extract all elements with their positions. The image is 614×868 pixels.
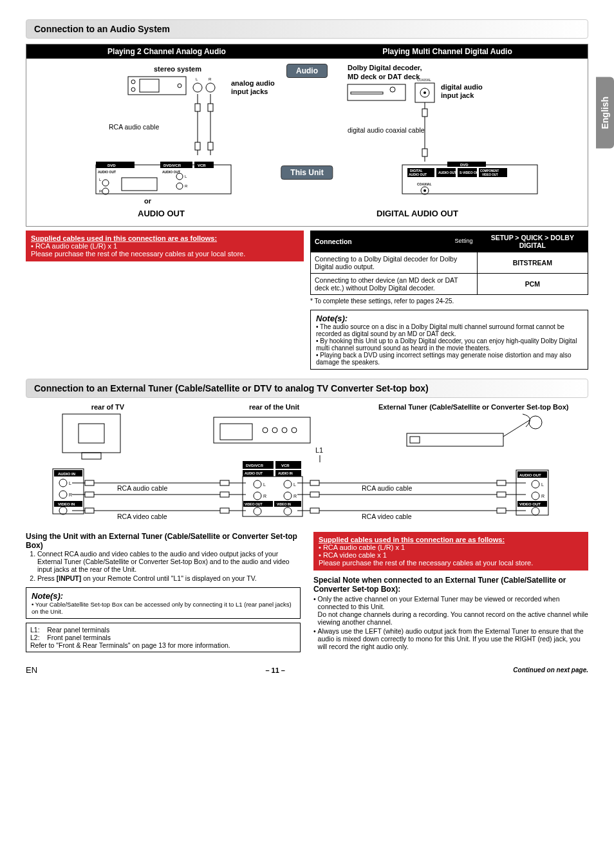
section1-header: Connection to an Audio System (26, 19, 588, 39)
supplied-cables-box-2: Supplied cables used in this connection … (313, 532, 588, 571)
svg-rect-145 (310, 508, 319, 513)
svg-point-128 (532, 507, 539, 515)
svg-rect-137 (220, 508, 229, 513)
svg-text:VCR: VCR (198, 164, 206, 167)
svg-text:input jack: input jack (441, 91, 474, 99)
notes-box-1: Note(s): The audio source on a disc in a… (310, 310, 588, 370)
svg-text:RCA audio cable: RCA audio cable (117, 484, 167, 492)
notes-title-2: Note(s): (32, 591, 295, 601)
svg-rect-72 (79, 424, 104, 443)
audio-badge: Audio (286, 64, 328, 78)
svg-rect-17 (208, 142, 213, 150)
svg-point-47 (423, 91, 426, 94)
svg-point-122 (532, 480, 539, 488)
svg-rect-143 (310, 480, 319, 486)
svg-point-3 (131, 88, 135, 91)
note1c: Playing back a DVD using incorrect setti… (316, 352, 582, 366)
svg-rect-73 (82, 453, 101, 459)
svg-text:AUDIO OUT: AUDIO OUT (409, 173, 427, 176)
svg-text:L: L (541, 482, 544, 487)
tuner-connection-diagram: AUDIO IN L R VIDEO IN DVD/VCR VCR AUDIO … (26, 411, 588, 527)
svg-text:L: L (293, 482, 296, 487)
terminals-box: L1: Rear panel terminals L2: Front panel… (26, 623, 301, 652)
svg-text:VIDEO OUT: VIDEO OUT (519, 502, 541, 506)
svg-text:R: R (293, 494, 297, 498)
svg-rect-133 (85, 492, 94, 497)
rear-unit-label: rear of the Unit (192, 403, 357, 411)
svg-text:L: L (99, 178, 102, 182)
svg-text:AUDIO OUT: AUDIO OUT (162, 170, 180, 174)
note2a: Your Cable/Satellite Set-top Box can be … (32, 601, 292, 615)
svg-text:AUDIO OUT: AUDIO OUT (519, 473, 541, 477)
svg-point-34 (176, 183, 183, 189)
svg-rect-84 (214, 417, 310, 443)
svg-point-83 (59, 507, 67, 514)
svg-text:COAXIAL: COAXIAL (417, 182, 432, 186)
svg-point-43 (390, 87, 395, 92)
svg-rect-132 (85, 480, 94, 486)
using-title: Using the Unit with an External Tuner (C… (26, 532, 301, 550)
svg-text:R: R (69, 493, 72, 497)
red-header-2: Supplied cables used in this connection … (319, 536, 583, 543)
lterm-l2: L2: Front panel terminals (30, 634, 296, 641)
svg-text:Dolby Digital decoder,: Dolby Digital decoder, (348, 64, 422, 71)
svg-rect-148 (497, 508, 506, 513)
page-number: – 11 – (265, 666, 285, 674)
svg-point-69 (423, 189, 426, 192)
svg-rect-51 (422, 109, 427, 117)
svg-text:RCA audio cable: RCA audio cable (362, 484, 412, 492)
step2: Press [INPUT] on your Remote Control unt… (37, 574, 301, 582)
svg-point-111 (254, 507, 261, 515)
svg-text:L: L (263, 482, 266, 487)
svg-text:R: R (541, 494, 544, 498)
lterm-l1: L1: Rear panel terminals (30, 626, 296, 634)
spec-b2: Always use the LEFT (white) audio output… (318, 627, 588, 650)
svg-text:DIGITAL AUDIO OUT: DIGITAL AUDIO OUT (377, 209, 458, 218)
svg-rect-52 (422, 149, 427, 156)
svg-text:R: R (263, 494, 266, 498)
svg-point-32 (176, 173, 183, 180)
svg-point-6 (193, 83, 202, 92)
svg-text:COAXIAL: COAXIAL (417, 78, 431, 82)
notes-title-1: Note(s): (316, 314, 582, 323)
section2-header: Connection to an External Tuner (Cable/S… (26, 379, 588, 398)
svg-rect-71 (62, 414, 120, 453)
special-note-title: Special Note when connected to an Extern… (313, 576, 588, 594)
svg-point-5 (178, 84, 181, 88)
svg-text:VIDEO IN: VIDEO IN (58, 502, 75, 506)
svg-text:RCA video cable: RCA video cable (362, 513, 412, 520)
r2c2: PCM (477, 274, 588, 295)
this-unit-badge: This Unit (281, 165, 333, 180)
svg-text:AUDIO OUT: AUDIO OUT (138, 209, 185, 218)
svg-point-87 (272, 428, 277, 433)
svg-text:AUDIO IN: AUDIO IN (58, 472, 75, 476)
svg-text:analog audio: analog audio (231, 79, 275, 87)
r1c1: Connecting to a Dolby Digital decoder fo… (311, 252, 478, 274)
notes-box-2: Note(s): • Your Cable/Satellite Set-top … (26, 587, 301, 619)
svg-point-99 (254, 480, 261, 488)
svg-text:L: L (196, 77, 198, 81)
svg-rect-113 (407, 433, 503, 446)
svg-point-103 (254, 492, 261, 500)
left-col-title: Playing 2 Channel Analog Audio (26, 44, 307, 59)
red1-l1: • RCA audio cable (L/R) x 1 (31, 242, 299, 250)
svg-line-115 (503, 420, 529, 437)
svg-point-8 (206, 83, 215, 92)
svg-text:VIDEO OUT: VIDEO OUT (245, 502, 263, 506)
svg-rect-15 (208, 104, 213, 111)
svg-rect-19 (96, 165, 231, 194)
svg-text:input jacks: input jacks (231, 88, 268, 95)
svg-point-86 (263, 428, 268, 433)
analog-audio-diagram: stereo system L R analog audio input jac… (26, 59, 307, 226)
svg-text:stereo system: stereo system (154, 65, 201, 73)
th-connection: Connection (315, 238, 352, 245)
svg-point-116 (529, 416, 542, 429)
svg-text:or: or (144, 197, 152, 205)
digital-audio-diagram: Dolby Digital decoder, MD deck or DAT de… (307, 59, 588, 226)
step1: Connect RCA audio and video cables to th… (37, 550, 301, 573)
right-col-title: Playing Multi Channel Digital Audio (307, 44, 588, 59)
spec-b1b: Do not change channels during a recordin… (318, 610, 588, 626)
svg-rect-136 (220, 492, 229, 497)
th-setting-pre: Setting (455, 238, 473, 244)
svg-point-101 (284, 480, 292, 488)
